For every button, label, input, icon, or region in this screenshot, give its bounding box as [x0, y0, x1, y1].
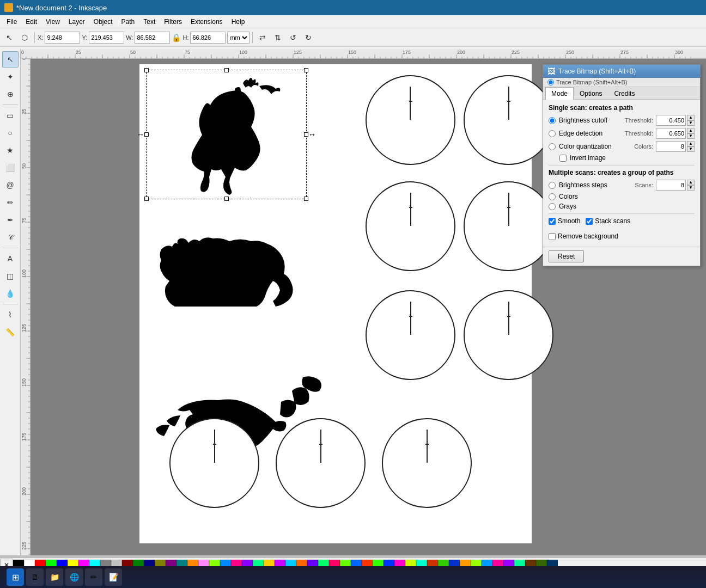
- colors-radio[interactable]: [549, 193, 556, 200]
- edge-threshold-up[interactable]: ▲: [687, 128, 695, 133]
- menu-item-filters[interactable]: Filters: [160, 17, 186, 27]
- remove-bg-checkbox-row: Remove background: [549, 232, 618, 240]
- menu-item-view[interactable]: View: [41, 17, 64, 27]
- sel-handle-mr[interactable]: [304, 132, 308, 137]
- panel-mode-content: Single scan: creates a path Brightness c…: [543, 100, 700, 247]
- calligraphy-tool[interactable]: 𝒞: [2, 229, 19, 246]
- menu-item-help[interactable]: Help: [227, 17, 249, 27]
- colors-radio-row: Colors: [549, 193, 695, 200]
- sel-handle-bl[interactable]: [144, 197, 149, 201]
- edge-detection-radio[interactable]: [549, 130, 556, 137]
- grays-radio[interactable]: [549, 203, 556, 210]
- color-quantization-radio[interactable]: [549, 143, 556, 150]
- edge-threshold-input[interactable]: [656, 128, 686, 139]
- circle-tool[interactable]: ○: [2, 125, 19, 141]
- edge-threshold-down[interactable]: ▼: [687, 133, 695, 139]
- scans-up[interactable]: ▲: [687, 180, 695, 185]
- menu-item-object[interactable]: Object: [89, 17, 117, 27]
- stack-scans-checkbox[interactable]: [586, 218, 593, 225]
- w-input[interactable]: [135, 32, 170, 44]
- remove-bg-checkbox[interactable]: [549, 233, 556, 240]
- w-label: W:: [126, 34, 133, 41]
- pen-tool[interactable]: ✒: [2, 212, 19, 228]
- task-btn-3[interactable]: 🌐: [65, 568, 83, 586]
- scans-spinner: ▲ ▼: [687, 180, 695, 191]
- h-input[interactable]: [190, 32, 226, 44]
- tab-mode[interactable]: Mode: [545, 87, 574, 100]
- smooth-checkbox-row: Smooth: [549, 217, 580, 225]
- menu-item-text[interactable]: Text: [139, 17, 160, 27]
- reset-button[interactable]: Reset: [549, 250, 584, 262]
- brightness-steps-radio[interactable]: [549, 182, 556, 189]
- sel-handle-tl[interactable]: [144, 68, 149, 72]
- task-btn-1[interactable]: 🖥: [26, 568, 44, 586]
- sel-handle-tr[interactable]: [304, 68, 308, 72]
- edge-threshold-group: Threshold: ▲ ▼: [625, 128, 695, 139]
- scans-label: Scans:: [635, 182, 653, 188]
- brightness-steps-row: Brightness steps Scans: ▲ ▼: [549, 180, 695, 191]
- menu-item-file[interactable]: File: [2, 17, 21, 27]
- x-input[interactable]: [45, 32, 80, 44]
- tool-sep-1: [3, 105, 18, 105]
- divider-2: [549, 213, 695, 214]
- zoom-tool[interactable]: ⊕: [2, 86, 19, 102]
- star-tool[interactable]: ★: [2, 142, 19, 158]
- scans-input[interactable]: [656, 180, 686, 191]
- menu-item-layer[interactable]: Layer: [64, 17, 89, 27]
- connector-tool[interactable]: ⌇: [2, 307, 19, 323]
- arrow-tool[interactable]: ↖: [2, 51, 19, 68]
- task-btn-5[interactable]: 📝: [105, 568, 122, 586]
- 3d-box-tool[interactable]: ⬜: [2, 160, 19, 176]
- rect-tool[interactable]: ▭: [2, 107, 19, 124]
- tab-options[interactable]: Options: [574, 87, 608, 100]
- unit-select[interactable]: mm px in: [227, 32, 249, 44]
- panel-radio[interactable]: [547, 79, 554, 85]
- y-label: Y:: [82, 34, 87, 41]
- inkscape-taskbar-btn[interactable]: ✏: [85, 568, 102, 586]
- measure-tool[interactable]: 📏: [2, 324, 19, 340]
- deer-silhouette: [150, 72, 303, 198]
- colors-down[interactable]: ▼: [687, 146, 695, 152]
- threshold-down[interactable]: ▼: [687, 120, 695, 126]
- menu-item-path[interactable]: Path: [117, 17, 139, 27]
- transform-btn1[interactable]: ⇄: [255, 30, 270, 45]
- toolbar-sep-2: [252, 32, 253, 43]
- threshold-up[interactable]: ▲: [687, 115, 695, 120]
- task-btn-2[interactable]: 📁: [46, 568, 63, 586]
- x-label: X:: [38, 34, 43, 41]
- panel-title: 🖼 Trace Bitmap (Shift+Alt+B): [543, 65, 700, 78]
- gradient-tool[interactable]: ◫: [2, 268, 19, 284]
- invert-checkbox[interactable]: [559, 155, 567, 162]
- transform-btn3[interactable]: ↺: [286, 30, 300, 45]
- start-btn[interactable]: ⊞: [7, 568, 24, 586]
- node-tool-btn[interactable]: ⬡: [17, 30, 32, 45]
- sel-handle-tm[interactable]: [224, 68, 229, 72]
- spiral-tool[interactable]: @: [2, 177, 19, 193]
- brightness-steps-label: Brightness steps: [559, 181, 631, 189]
- node-tool[interactable]: ✦: [2, 69, 19, 85]
- transform-btn2[interactable]: ⇅: [271, 30, 285, 45]
- threshold-label: Threshold:: [625, 117, 653, 124]
- threshold-spinner: ▲ ▼: [687, 115, 695, 126]
- y-input[interactable]: [89, 32, 124, 44]
- colors-input[interactable]: [656, 141, 686, 152]
- select-tool-btn[interactable]: ↖: [2, 30, 16, 45]
- circle-4: [464, 181, 553, 271]
- scans-down[interactable]: ▼: [687, 185, 695, 191]
- dropper-tool[interactable]: 💧: [2, 285, 19, 302]
- smooth-checkbox[interactable]: [549, 218, 556, 225]
- menu-item-extensions[interactable]: Extensions: [186, 17, 227, 27]
- transform-btn4[interactable]: ↻: [301, 30, 315, 45]
- sel-handle-ml[interactable]: [144, 132, 149, 137]
- edge-threshold-spinner: ▲ ▼: [687, 128, 695, 139]
- menu-item-edit[interactable]: Edit: [21, 17, 41, 27]
- threshold-input[interactable]: [656, 115, 686, 126]
- tab-credits[interactable]: Credits: [608, 87, 641, 100]
- lock-icon: 🔒: [172, 33, 181, 42]
- pencil-tool[interactable]: ✏: [2, 194, 19, 211]
- brightness-cutoff-radio[interactable]: [549, 117, 556, 124]
- sel-handle-br[interactable]: [304, 197, 308, 201]
- colors-up[interactable]: ▲: [687, 141, 695, 146]
- circle-6: [464, 290, 553, 380]
- text-tool[interactable]: A: [2, 250, 19, 267]
